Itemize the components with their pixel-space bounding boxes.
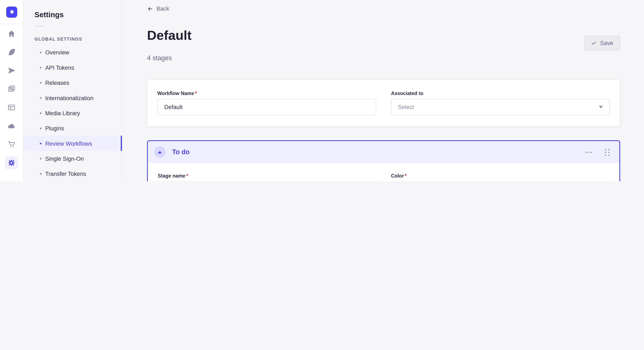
stage-title: To do bbox=[172, 149, 190, 156]
stage-todo-header[interactable]: To do bbox=[148, 141, 619, 163]
bullet-icon bbox=[40, 173, 42, 175]
required-marker: * bbox=[186, 173, 188, 179]
sidebar-divider bbox=[34, 26, 44, 26]
bullet-icon bbox=[40, 158, 42, 160]
back-link[interactable]: Back bbox=[147, 5, 169, 12]
cart-icon bbox=[8, 140, 16, 149]
sidebar-item-internationalization[interactable]: Internationalization bbox=[24, 90, 122, 105]
sidebar-item-overview[interactable]: Overview bbox=[24, 45, 122, 60]
sidebar-item-label: Overview bbox=[45, 49, 69, 55]
nav-settings[interactable] bbox=[0, 153, 23, 172]
stage-count: 4 stages bbox=[147, 55, 620, 62]
bullet-icon bbox=[40, 127, 42, 129]
sidebar-item-label: Internationalization bbox=[45, 95, 94, 101]
images-icon bbox=[8, 85, 16, 93]
sidebar-section-label: GLOBAL SETTINGS bbox=[34, 37, 122, 41]
bullet-icon bbox=[40, 97, 42, 99]
sidebar-item-api-tokens[interactable]: API Tokens bbox=[24, 60, 122, 75]
layout-icon bbox=[8, 103, 16, 111]
color-field-group: Color* Blue bbox=[391, 173, 610, 181]
sidebar-item-review-workflows[interactable]: Review Workflows bbox=[24, 136, 122, 151]
settings-sidebar: Settings GLOBAL SETTINGSOverviewAPI Toke… bbox=[24, 0, 122, 181]
bullet-icon bbox=[40, 82, 42, 84]
nav-media-library[interactable] bbox=[0, 80, 23, 98]
chevron-down-icon bbox=[599, 106, 603, 108]
paper-plane-icon bbox=[8, 66, 16, 74]
feather-icon bbox=[8, 48, 16, 56]
sidebar-item-label: Single Sign-On bbox=[45, 155, 84, 162]
sidebar-item-plugins[interactable]: Plugins bbox=[24, 121, 122, 136]
save-label: Save bbox=[600, 40, 613, 47]
workflow-name-field-group: Workflow Name* bbox=[158, 91, 376, 116]
sidebar-item-single-sign-on[interactable]: Single Sign-On bbox=[24, 151, 122, 166]
sidebar-item-label: API Tokens bbox=[45, 64, 74, 71]
save-button[interactable]: Save bbox=[584, 36, 620, 51]
strapi-logo-icon[interactable] bbox=[6, 6, 17, 17]
nav-rail: KD bbox=[0, 0, 24, 181]
required-marker: * bbox=[195, 91, 197, 97]
workflow-name-label-text: Workflow Name bbox=[158, 91, 194, 97]
page-title: Default bbox=[147, 29, 192, 42]
arrow-left-icon bbox=[147, 5, 153, 12]
workflow-form-card: Workflow Name* Associated to Select bbox=[147, 80, 620, 127]
main-content: Back Default Save 4 stages Workflow Name… bbox=[122, 0, 644, 181]
nav-content-type-builder[interactable] bbox=[0, 61, 23, 80]
stage-name-label-text: Stage name bbox=[158, 173, 186, 179]
nav-content-manager[interactable] bbox=[0, 43, 23, 61]
nav-deploy[interactable] bbox=[0, 117, 23, 135]
stage-todo-body: Stage name* Color* Blue bbox=[148, 163, 619, 181]
sidebar-item-label: Review Workflows bbox=[45, 140, 92, 147]
bullet-icon bbox=[40, 67, 42, 68]
nav-marketplace[interactable] bbox=[0, 135, 23, 153]
app-window: KD Settings GLOBAL SETTINGSOverviewAPI T… bbox=[0, 0, 644, 181]
workflow-name-label: Workflow Name* bbox=[158, 91, 376, 97]
sidebar-item-label: Transfer Tokens bbox=[45, 170, 86, 177]
nav-home[interactable] bbox=[0, 24, 23, 43]
sidebar-item-label: Releases bbox=[45, 79, 69, 86]
stage-drag-handle-icon[interactable] bbox=[603, 147, 611, 157]
nav-layout[interactable] bbox=[0, 98, 23, 117]
check-icon bbox=[591, 40, 597, 46]
back-label: Back bbox=[156, 5, 169, 12]
sidebar-item-releases[interactable]: Releases bbox=[24, 75, 122, 90]
bullet-icon bbox=[40, 112, 42, 114]
logo-area bbox=[0, 0, 23, 24]
workflow-name-input[interactable] bbox=[158, 99, 376, 116]
associated-to-select[interactable]: Select bbox=[391, 99, 610, 116]
bullet-icon bbox=[40, 51, 42, 53]
bullet-icon bbox=[40, 143, 42, 144]
collapse-stage-button[interactable] bbox=[154, 147, 166, 158]
sidebar-item-label: Media Library bbox=[45, 110, 80, 116]
settings-active-tile bbox=[5, 156, 18, 169]
associated-to-label: Associated to bbox=[391, 91, 610, 97]
color-label-text: Color bbox=[391, 173, 404, 179]
cloud-icon bbox=[8, 122, 16, 130]
sidebar-item-transfer-tokens[interactable]: Transfer Tokens bbox=[24, 166, 122, 181]
required-marker: * bbox=[405, 173, 406, 179]
stage-name-label: Stage name* bbox=[158, 173, 376, 179]
associated-to-placeholder: Select bbox=[398, 104, 414, 111]
associated-to-field-group: Associated to Select bbox=[391, 91, 610, 116]
chevron-up-icon bbox=[158, 151, 162, 154]
stage-name-field-group: Stage name* bbox=[158, 173, 376, 181]
sidebar-item-webhooks[interactable]: Webhooks bbox=[24, 181, 122, 181]
sidebar-item-media-library[interactable]: Media Library bbox=[24, 105, 122, 121]
color-label: Color* bbox=[391, 173, 610, 179]
stage-more-menu-icon[interactable] bbox=[584, 150, 593, 155]
sidebar-title: Settings bbox=[34, 11, 122, 19]
home-icon bbox=[8, 29, 16, 38]
gear-icon bbox=[8, 159, 16, 167]
stage-panel-todo: To do Stage name* bbox=[147, 140, 620, 181]
sidebar-item-label: Plugins bbox=[45, 125, 64, 131]
strapi-mark-icon bbox=[8, 8, 15, 15]
